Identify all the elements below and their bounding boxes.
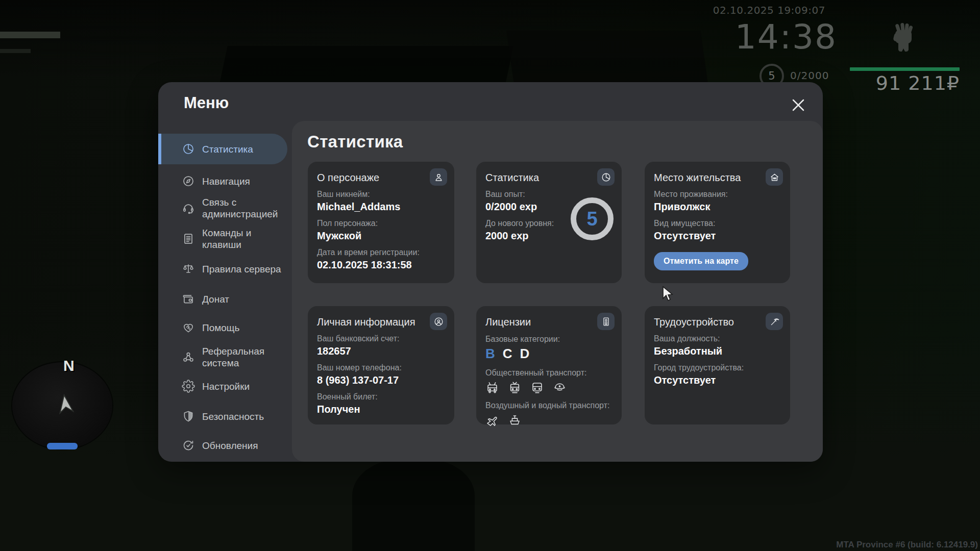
sidebar-item-help[interactable]: Помощь — [182, 317, 287, 338]
sidebar-item-security[interactable]: Безопасность — [182, 406, 287, 427]
scene-light-strip — [0, 32, 60, 38]
field-military-id: Военный билет: Получен — [317, 392, 445, 415]
sidebar-item-label: Команды и клавиши — [202, 227, 284, 251]
air-water-label: Воздушный и водный транспорт: — [485, 401, 612, 410]
sidebar-item-label: Реферальная система — [202, 345, 284, 369]
sidebar-item-label: Статистика — [202, 143, 253, 155]
field-job-city: Город трудоустройства: Отсутствует — [654, 363, 781, 386]
headset-icon — [182, 202, 195, 215]
card-title: Статистика — [485, 172, 612, 184]
category-c: C — [503, 346, 512, 362]
field-gender: Пол персонажа: Мужской — [317, 219, 445, 242]
driver-cap-icon — [553, 381, 567, 394]
sidebar-item-commands-keys[interactable]: Команды и клавиши — [182, 226, 287, 252]
hud-level-value: 5 — [768, 70, 775, 82]
minimap-zone-bar — [47, 443, 78, 449]
hud-money: 91 211₽ — [876, 72, 960, 94]
close-icon[interactable] — [791, 97, 806, 113]
person-icon — [430, 168, 447, 186]
hud-exp-progressbar — [850, 67, 960, 71]
sidebar-item-label: Правила сервера — [202, 263, 281, 275]
field-nickname: Ваш никнейм: Michael_Addams — [317, 190, 445, 213]
scene-light-strip — [0, 49, 31, 53]
heart-handshake-icon — [182, 321, 195, 334]
scales-icon — [182, 262, 195, 276]
pie-chart-icon — [597, 168, 615, 186]
metro-icon — [530, 381, 544, 394]
sidebar-item-label: Обновления — [202, 440, 258, 452]
hud-clock: 14:38 — [735, 17, 837, 57]
field-property: Вид имущества: Отсутствует — [654, 219, 781, 242]
field-position: Ваша должность: Безработный — [654, 334, 781, 357]
game-screen: 02.10.2025 19:09:07 14:38 5 0/2000 91 21… — [0, 0, 980, 551]
sidebar-item-settings[interactable]: Настройки — [182, 376, 287, 396]
build-info: MTA Province #6 (build: 6.12419.9) — [836, 540, 978, 550]
trolleybus-icon — [485, 381, 499, 394]
sidebar-item-label: Настройки — [202, 381, 250, 392]
mouse-cursor — [662, 286, 674, 302]
card-about-character: О персонаже Ваш никнейм: Michael_Addams … — [308, 162, 454, 283]
sidebar-item-label: Навигация — [202, 176, 250, 187]
card-personal-info: Личная информация Ваш банковский счет: 1… — [308, 306, 454, 424]
tram-icon — [508, 381, 522, 394]
hud-datetime: 02.10.2025 19:09:07 — [713, 4, 825, 16]
player-silhouette — [352, 459, 475, 551]
card-title: Место жительства — [654, 172, 781, 184]
card-employment: Трудоустройство Ваша должность: Безработ… — [645, 306, 790, 424]
document-list-icon — [182, 232, 195, 245]
category-d: D — [520, 346, 530, 362]
page-title: Статистика — [307, 132, 403, 152]
compass-icon — [182, 174, 195, 188]
minimap-north-label: N — [63, 357, 75, 374]
category-b: B — [485, 346, 495, 362]
card-licenses: Лицензии Базовые категории: B C D Общест… — [476, 306, 622, 424]
license-categories: B C D — [485, 346, 612, 362]
sidebar-item-updates[interactable]: Обновления — [182, 435, 287, 456]
sidebar-item-label: Безопасность — [202, 411, 264, 422]
sidebar-item-label: Связь с администрацией — [202, 196, 284, 220]
field-bank-account: Ваш банковский счет: 182657 — [317, 334, 445, 357]
sidebar-item-label: Помощь — [202, 322, 239, 334]
id-card-icon — [597, 313, 615, 330]
categories-label: Базовые категории: — [485, 335, 612, 344]
shield-icon — [182, 410, 195, 423]
minimap-player-arrow-icon — [55, 393, 76, 414]
public-transport-label: Общественный транспорт: — [485, 368, 612, 378]
card-residence: Место жительства Место проживания: Приво… — [645, 162, 790, 283]
person-circle-icon — [430, 313, 447, 330]
house-icon — [766, 168, 783, 186]
sidebar-item-donate[interactable]: Донат — [182, 289, 287, 309]
card-title: О персонаже — [317, 172, 445, 184]
scene-beam — [506, 31, 708, 87]
hud-exp-counter: 0/2000 — [790, 69, 829, 82]
sidebar-item-referral[interactable]: Реферальная система — [182, 344, 287, 370]
sidebar-item-label: Донат — [202, 293, 229, 305]
sidebar-item-navigation[interactable]: Навигация — [182, 171, 287, 191]
wallet-icon — [182, 292, 195, 306]
field-phone: Ваш номер телефона: 8 (963) 137-07-17 — [317, 363, 445, 386]
fist-icon — [892, 22, 915, 56]
field-residence-city: Место проживания: Приволжск — [654, 190, 781, 213]
menu-title: Меню — [184, 94, 229, 112]
card-statistics: Статистика Ваш опыт: 0/2000 exp До новог… — [476, 162, 622, 283]
network-nodes-icon — [182, 350, 195, 364]
card-title: Лицензии — [485, 316, 612, 328]
sidebar-item-statistics[interactable]: Статистика — [158, 134, 287, 164]
field-registration: Дата и время регистрации: 02.10.2025 18:… — [317, 248, 445, 271]
plane-icon — [485, 413, 499, 427]
refresh-check-icon — [182, 439, 195, 452]
gear-icon — [182, 380, 195, 393]
pie-chart-icon — [182, 142, 195, 156]
public-transport-icons — [485, 381, 612, 394]
level-value: 5 — [586, 208, 597, 230]
card-title: Личная информация — [317, 316, 445, 328]
sidebar-item-server-rules[interactable]: Правила сервера — [182, 259, 287, 279]
level-ring: 5 — [571, 197, 614, 240]
ship-icon — [508, 413, 522, 427]
air-water-icons — [485, 413, 612, 427]
card-title: Трудоустройство — [654, 316, 781, 328]
mark-on-map-button[interactable]: Отметить на карте — [654, 252, 748, 270]
sidebar-item-admin-contact[interactable]: Связь с администрацией — [182, 195, 287, 221]
pickaxe-icon — [766, 313, 783, 330]
